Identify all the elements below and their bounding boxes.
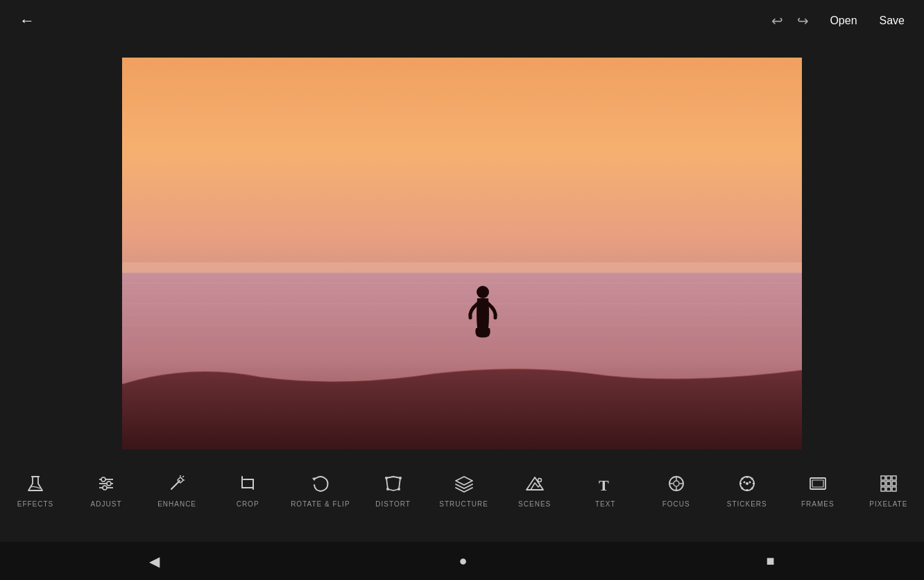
text-label: TEXT: [595, 500, 616, 508]
pixelate-icon: [878, 472, 900, 495]
top-bar-right: ↩ ↪ Open Save: [767, 10, 910, 32]
focus-icon: [665, 472, 687, 495]
frames-label: FRAMES: [801, 500, 835, 508]
svg-line-52: [742, 488, 743, 489]
svg-line-50: [751, 488, 753, 489]
svg-rect-56: [887, 476, 891, 480]
tool-text[interactable]: T TEXT: [578, 472, 633, 508]
undo-button[interactable]: ↩: [767, 10, 787, 32]
crop-icon: [237, 472, 259, 495]
effects-label: EFFECTS: [17, 500, 54, 508]
tool-stickers[interactable]: STICKERS: [719, 472, 775, 508]
svg-rect-26: [243, 479, 253, 488]
tool-adjust[interactable]: ADJUST: [78, 472, 134, 508]
nav-recents-button[interactable]: ■: [738, 547, 802, 574]
structure-label: STRUCTURE: [439, 500, 488, 508]
svg-rect-0: [122, 58, 802, 293]
crop-label: CROP: [237, 500, 259, 508]
photo-canvas: [122, 58, 802, 450]
svg-point-13: [477, 286, 489, 298]
undo-redo-group: ↩ ↪: [767, 10, 813, 32]
svg-point-18: [101, 477, 105, 481]
stickers-label: STICKERS: [727, 500, 767, 508]
top-bar: ← ↩ ↪ Open Save: [0, 0, 924, 42]
nav-home-button[interactable]: ●: [431, 547, 495, 574]
svg-rect-61: [881, 487, 885, 491]
frames-icon: [807, 472, 829, 495]
tool-crop[interactable]: CROP: [220, 472, 275, 508]
adjust-icon: [95, 472, 117, 495]
tool-pixelate[interactable]: PIXELATE: [861, 472, 916, 508]
svg-rect-57: [892, 476, 896, 480]
effects-icon: [24, 472, 46, 495]
svg-text:T: T: [599, 477, 609, 493]
pixelate-label: PIXELATE: [869, 500, 907, 508]
svg-rect-59: [887, 481, 891, 486]
svg-point-42: [743, 481, 745, 484]
svg-point-29: [399, 477, 402, 479]
svg-point-44: [746, 482, 748, 485]
stickers-icon: [736, 472, 758, 495]
nav-back-button[interactable]: ◀: [121, 547, 187, 575]
open-button[interactable]: Open: [824, 12, 862, 30]
tool-scenes[interactable]: SCENES: [507, 472, 563, 508]
adjust-label: ADJUST: [91, 500, 122, 508]
bottom-navigation: ◀ ● ■: [0, 542, 924, 580]
svg-point-30: [397, 488, 400, 491]
enhance-icon: [166, 472, 188, 495]
enhance-label: ENHANCE: [157, 500, 196, 508]
rotate-icon: [309, 472, 332, 495]
svg-rect-55: [881, 476, 885, 480]
svg-rect-63: [892, 487, 896, 491]
tool-effects[interactable]: EFFECTS: [8, 472, 63, 508]
distort-icon: [382, 472, 404, 495]
svg-point-20: [103, 486, 107, 490]
top-bar-left: ←: [14, 9, 40, 33]
text-icon: T: [594, 472, 617, 495]
svg-point-33: [538, 479, 541, 482]
svg-rect-54: [812, 480, 823, 487]
svg-rect-62: [887, 487, 891, 491]
svg-rect-60: [892, 481, 896, 486]
scenes-label: SCENES: [518, 500, 551, 508]
svg-line-49: [742, 478, 743, 479]
tool-distort[interactable]: DISTORT: [366, 472, 421, 508]
svg-point-43: [748, 481, 751, 484]
rotate-label: ROTATE & FLIP: [291, 500, 350, 508]
distort-label: DISTORT: [375, 500, 411, 508]
redo-button[interactable]: ↪: [793, 10, 813, 32]
focus-label: FOCUS: [662, 500, 690, 508]
image-area: [0, 42, 924, 466]
svg-point-31: [386, 488, 389, 491]
svg-point-36: [674, 481, 679, 486]
tool-focus[interactable]: FOCUS: [649, 472, 704, 508]
svg-point-19: [107, 481, 111, 486]
svg-point-28: [385, 477, 388, 479]
tool-rotate[interactable]: ROTATE & FLIP: [291, 472, 350, 508]
structure-icon: [453, 472, 475, 495]
back-button[interactable]: ←: [14, 9, 40, 33]
svg-line-23: [182, 476, 184, 477]
photo-image: [122, 58, 802, 450]
svg-marker-27: [312, 477, 317, 481]
toolbar: EFFECTS ADJUST E: [0, 466, 924, 542]
svg-line-21: [171, 481, 180, 489]
svg-rect-58: [881, 481, 885, 486]
tool-frames[interactable]: FRAMES: [790, 472, 846, 508]
tool-structure[interactable]: STRUCTURE: [436, 472, 492, 508]
tool-enhance[interactable]: ENHANCE: [149, 472, 205, 508]
save-button[interactable]: Save: [874, 12, 910, 30]
svg-line-51: [751, 478, 753, 479]
scenes-icon: [524, 472, 546, 495]
